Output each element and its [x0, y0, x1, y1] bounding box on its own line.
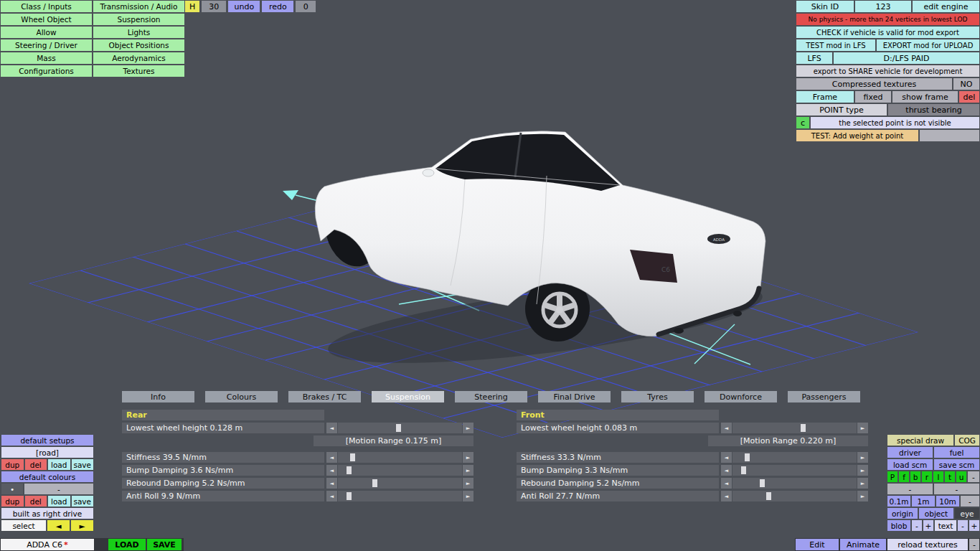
collapse-button[interactable]: -: [969, 539, 979, 550]
tab-colours[interactable]: Colours: [205, 391, 278, 402]
export-mod-button[interactable]: EXPORT mod for UPLOAD: [877, 39, 979, 51]
decrease-arrow-button[interactable]: ◄: [721, 478, 732, 489]
colours-save-button[interactable]: save: [72, 496, 94, 507]
setup-load-button[interactable]: load: [48, 459, 70, 470]
share-export-button[interactable]: export to SHARE vehicle for development: [796, 65, 979, 77]
car-model[interactable]: ADDA C6: [315, 131, 766, 380]
test-mod-button[interactable]: TEST mod in LFS: [796, 39, 875, 51]
slider-track[interactable]: [338, 465, 462, 476]
menu-item-lights[interactable]: Lights: [93, 27, 184, 38]
draw-letter-f-button[interactable]: f: [899, 471, 909, 482]
skin-id-button[interactable]: Skin ID: [796, 1, 854, 12]
decrease-arrow-button[interactable]: ◄: [326, 452, 337, 463]
slider-knob[interactable]: [347, 466, 352, 474]
load-vehicle-button[interactable]: LOAD: [108, 539, 146, 550]
colour-dash-button[interactable]: -: [24, 484, 93, 494]
test-weight-button[interactable]: TEST: Add weight at point: [796, 130, 918, 141]
built-right-drive-button[interactable]: built as right drive: [1, 508, 93, 519]
increase-arrow-button[interactable]: ►: [463, 465, 473, 476]
h-value[interactable]: 30: [202, 1, 226, 12]
test-weight-value[interactable]: [920, 130, 979, 141]
draw-letter-dash-button[interactable]: -: [968, 471, 979, 482]
frame-del-button[interactable]: del: [959, 91, 979, 103]
slider-track[interactable]: [338, 478, 462, 489]
increase-arrow-button[interactable]: ►: [857, 465, 868, 476]
setup-dup-button[interactable]: dup: [1, 459, 24, 470]
decrease-arrow-button[interactable]: ◄: [721, 423, 732, 433]
increase-arrow-button[interactable]: ►: [463, 452, 473, 463]
compressed-textures-button[interactable]: Compressed textures: [796, 78, 952, 90]
c-button[interactable]: c: [796, 117, 809, 128]
decrease-arrow-button[interactable]: ◄: [721, 452, 732, 463]
slider-track[interactable]: [338, 491, 462, 501]
draw-letter-u-button[interactable]: u: [956, 471, 966, 482]
increase-arrow-button[interactable]: ►: [857, 423, 868, 433]
select-button[interactable]: select: [1, 520, 46, 531]
menu-item-aerodynamics[interactable]: Aerodynamics: [93, 52, 184, 64]
slider-knob[interactable]: [396, 424, 401, 432]
slider-knob[interactable]: [347, 492, 352, 500]
slider-knob[interactable]: [766, 492, 771, 500]
slider-track[interactable]: [732, 452, 857, 463]
slider-track[interactable]: [732, 465, 857, 476]
menu-item-configurations[interactable]: Configurations: [1, 65, 92, 77]
draw-letter-t-button[interactable]: t: [945, 471, 955, 482]
draw-letter-l-button[interactable]: l: [933, 471, 943, 482]
point-type-button[interactable]: POINT type: [796, 104, 887, 116]
colours-del-button[interactable]: del: [25, 496, 47, 507]
tab-tyres[interactable]: Tyres: [621, 391, 694, 402]
slider-knob[interactable]: [760, 479, 765, 487]
increase-arrow-button[interactable]: ►: [463, 423, 473, 433]
history-count[interactable]: 0: [296, 1, 316, 12]
dash-left-button[interactable]: -: [887, 484, 933, 494]
increase-arrow-button[interactable]: ►: [463, 478, 473, 489]
edit-engine-button[interactable]: edit engine: [913, 1, 979, 12]
tab-final-drive[interactable]: Final Drive: [538, 391, 611, 402]
scale-0-1m-button[interactable]: 0.1m: [887, 496, 910, 507]
frame-button[interactable]: Frame: [796, 91, 854, 103]
lfs-path-button[interactable]: D:/LFS PAID: [834, 52, 979, 64]
driver-button[interactable]: driver: [887, 447, 933, 458]
object-button[interactable]: object: [919, 508, 953, 519]
increase-arrow-button[interactable]: ►: [857, 491, 868, 501]
blob-plus-button[interactable]: +: [923, 520, 933, 531]
text-minus-button[interactable]: -: [958, 520, 968, 531]
decrease-arrow-button[interactable]: ◄: [721, 465, 732, 476]
decrease-arrow-button[interactable]: ◄: [326, 465, 337, 476]
check-vehicle-button[interactable]: CHECK if vehicle is valid for mod export: [796, 27, 979, 38]
default-colours-button[interactable]: default colours: [1, 471, 93, 482]
redo-button[interactable]: redo: [262, 1, 293, 12]
save-vehicle-button[interactable]: SAVE: [147, 539, 182, 550]
eye-button[interactable]: eye: [955, 508, 979, 519]
save-scm-button[interactable]: save scm: [934, 459, 979, 470]
slider-knob[interactable]: [372, 479, 377, 487]
increase-arrow-button[interactable]: ►: [463, 491, 473, 501]
slider-knob[interactable]: [350, 453, 355, 461]
frame-fixed-button[interactable]: fixed: [855, 91, 891, 103]
slider-knob[interactable]: [801, 424, 806, 432]
colour-dot-button[interactable]: •: [1, 484, 23, 494]
menu-item-wheel-object[interactable]: Wheel Object: [1, 14, 92, 25]
undo-button[interactable]: undo: [228, 1, 260, 12]
tab-suspension[interactable]: Suspension: [372, 391, 444, 402]
draw-letter-b-button[interactable]: b: [910, 471, 920, 482]
menu-item-mass[interactable]: Mass: [1, 52, 92, 64]
increase-arrow-button[interactable]: ►: [857, 478, 868, 489]
blob-minus-button[interactable]: -: [912, 520, 922, 531]
setup-name-button[interactable]: [road]: [1, 447, 93, 458]
menu-item-textures[interactable]: Textures: [93, 65, 184, 77]
menu-item-allow[interactable]: Allow: [1, 27, 92, 38]
slider-track[interactable]: [732, 491, 857, 501]
decrease-arrow-button[interactable]: ◄: [721, 491, 732, 501]
draw-letter-r-button[interactable]: r: [922, 471, 932, 482]
menu-item-object-positions[interactable]: Object Positions: [93, 39, 184, 51]
menu-item-class-inputs[interactable]: Class / Inputs: [1, 1, 92, 12]
setup-del-button[interactable]: del: [25, 459, 47, 470]
colours-load-button[interactable]: load: [48, 496, 70, 507]
point-type-value[interactable]: thrust bearing: [888, 104, 979, 116]
tab-downforce[interactable]: Downforce: [705, 391, 777, 402]
fuel-button[interactable]: fuel: [934, 447, 979, 458]
tab-passengers[interactable]: Passengers: [788, 391, 860, 402]
default-setups-button[interactable]: default setups: [1, 435, 93, 446]
select-prev-button[interactable]: ◄: [47, 520, 70, 531]
